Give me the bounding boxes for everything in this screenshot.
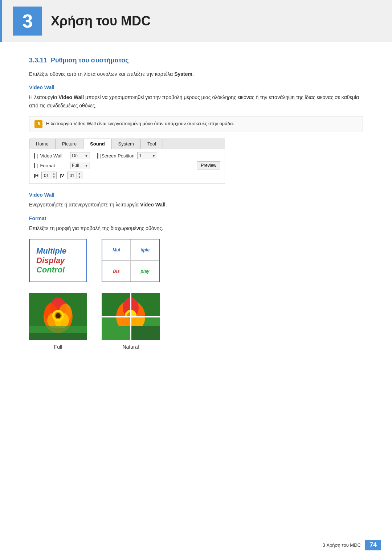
flower-natural-image: [102, 293, 160, 340]
ui-h-spinner[interactable]: 01 ▲ ▼: [41, 172, 57, 179]
svg-rect-11: [29, 333, 87, 340]
svg-rect-33: [102, 316, 160, 317]
ui-v-up[interactable]: ▲: [77, 172, 82, 176]
mdc-cell1-text: Mul: [113, 247, 120, 253]
tab-picture[interactable]: Picture: [56, 139, 83, 149]
footer-chapter-label: 3 Χρήση του MDC: [322, 542, 361, 548]
note-icon: ✎: [34, 120, 42, 128]
format-natural-logo: Mul tiple Dis play: [102, 239, 160, 282]
mdc-natural-cell-4: play: [131, 261, 159, 282]
tab-tool[interactable]: Tool: [141, 139, 163, 149]
video-wall-sub-desc: Ενεργοποιήστε ή απενεργοποιήστε τη λειτο…: [29, 201, 363, 209]
ui-h-label: |H: [34, 173, 38, 178]
ui-v-label: |V: [60, 173, 64, 178]
page-footer: 3 Χρήση του MDC 74: [0, 536, 392, 554]
ui-tabs: Home Picture Sound System Tool: [29, 139, 225, 149]
ui-format-label: |Format: [34, 163, 70, 168]
ui-format-value: Full: [72, 163, 79, 168]
ui-h-up[interactable]: ▲: [51, 172, 56, 176]
ui-screenpos: |Screen Position 1 ▼: [97, 152, 157, 159]
svg-rect-31: [131, 326, 160, 340]
ui-v-down[interactable]: ▼: [77, 176, 82, 179]
video-wall-description: Η λειτουργία Video Wall μπορεί να χρησιμ…: [29, 93, 363, 110]
note-text: Η λειτουργία Video Wall είναι ενεργοποιη…: [46, 120, 234, 127]
format-sub-desc: Επιλέξτε τη μορφή για προβολή της διαχωρ…: [29, 224, 363, 232]
tab-sound[interactable]: Sound: [83, 139, 111, 149]
ui-row-format: |Format Full ▼ Preview: [34, 161, 220, 169]
ui-screenpos-dropdown[interactable]: 1 ▼: [137, 152, 157, 159]
video-wall-main-heading: Video Wall: [29, 85, 363, 90]
footer-page-number: 74: [365, 540, 381, 550]
svg-rect-27: [102, 326, 130, 340]
format-full-logo-item: Multiple Display Control: [29, 239, 87, 282]
ui-videowall-label: |Video Wall: [34, 153, 70, 159]
ui-v-spinner-btns: ▲ ▼: [77, 172, 82, 179]
mdc-logo-multiple: Multiple: [36, 246, 66, 256]
mdc-logo-display: Display: [36, 256, 65, 265]
chapter-header: 3 Χρήση του MDC: [0, 0, 392, 42]
mdc-natural-cell-1: Mul: [102, 239, 130, 260]
mdc-cell3-text: Dis: [113, 269, 120, 274]
ui-screenpos-arrow: ▼: [152, 154, 156, 158]
flower-natural-label: Natural: [122, 344, 139, 350]
format-full-logo: Multiple Display Control: [29, 239, 87, 282]
mdc-natural-cell-3: Dis: [102, 261, 130, 282]
ui-panel: Home Picture Sound System Tool |Video Wa…: [29, 139, 225, 184]
ui-videowall-dropdown[interactable]: On ▼: [70, 152, 90, 159]
flower-full-image: [29, 293, 87, 340]
tab-home[interactable]: Home: [29, 139, 56, 149]
flower-images-grid: Full: [29, 293, 363, 350]
ui-row-videowall: |Video Wall On ▼ |Screen Position 1 ▼: [34, 152, 220, 159]
svg-point-9: [56, 313, 61, 318]
tab-system[interactable]: System: [112, 139, 141, 149]
ui-screenpos-label: |Screen Position: [97, 153, 134, 159]
mdc-logo-control: Control: [36, 265, 65, 275]
ui-h-spinner-btns: ▲ ▼: [51, 172, 56, 179]
mdc-cell2-text: tiple: [140, 247, 150, 253]
format-images-grid: Multiple Display Control Mul tiple Dis: [29, 239, 363, 282]
ui-v-value: 01: [68, 172, 77, 179]
mdc-cell4-text: play: [140, 269, 149, 274]
ui-row-hv: |H 01 ▲ ▼ |V 01 ▲ ▼: [34, 172, 220, 179]
preview-button[interactable]: Preview: [197, 161, 220, 169]
ui-h-down[interactable]: ▼: [51, 176, 56, 179]
ui-format-dropdown[interactable]: Full ▼: [70, 162, 90, 169]
ui-screenpos-value: 1: [139, 153, 142, 158]
flower-natural-item: Natural: [102, 293, 160, 350]
ui-h-value: 01: [42, 172, 51, 179]
flower-full-item: Full: [29, 293, 87, 350]
ui-videowall-value: On: [72, 153, 78, 158]
section-intro: Επιλέξτε οθόνες από τη λίστα συνόλων και…: [29, 70, 363, 78]
ui-format-arrow: ▼: [85, 164, 88, 168]
mdc-natural-cell-2: tiple: [131, 239, 159, 260]
flower-full-label: Full: [54, 344, 62, 350]
video-wall-sub-heading: Video Wall: [29, 192, 363, 198]
note-box: ✎ Η λειτουργία Video Wall είναι ενεργοπο…: [29, 116, 363, 132]
section-heading: 3.3.11 Ρύθμιση του συστήματος: [29, 57, 363, 64]
format-natural-logo-item: Mul tiple Dis play: [102, 239, 160, 282]
ui-v-spinner[interactable]: 01 ▲ ▼: [67, 172, 82, 179]
mdc-logo-full-inner: Multiple Display Control: [33, 242, 83, 279]
ui-videowall-arrow: ▼: [85, 154, 88, 158]
chapter-number: 3: [13, 7, 42, 36]
chapter-title: Χρήση του MDC: [51, 13, 151, 29]
main-content: 3.3.11 Ρύθμιση του συστήματος Επιλέξτε ο…: [0, 42, 392, 390]
format-sub-heading: Format: [29, 216, 363, 221]
ui-panel-body: |Video Wall On ▼ |Screen Position 1 ▼ |: [29, 149, 225, 184]
